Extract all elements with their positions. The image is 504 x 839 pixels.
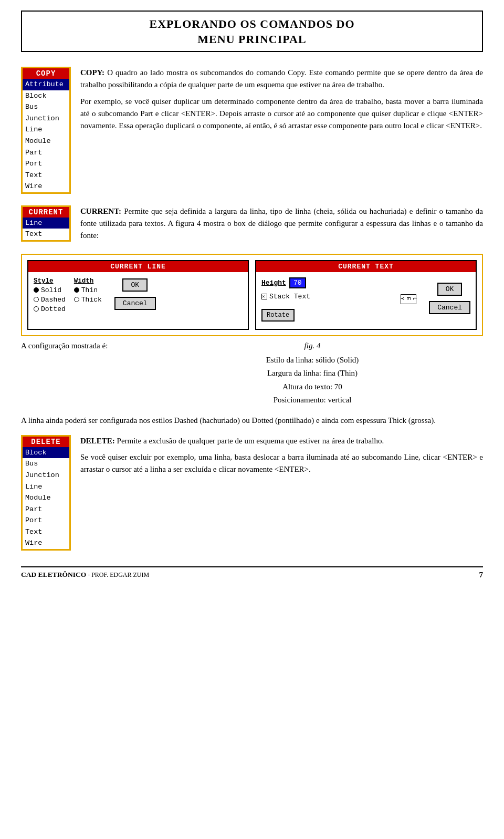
delete-menu-item-part[interactable]: Part [23, 504, 69, 515]
footer-title-normal: - PROF. EDGAR ZUIM [86, 571, 149, 578]
current-menu-item-text[interactable]: Text [23, 229, 69, 240]
copy-menu-item-attribute[interactable]: Attribute [23, 79, 69, 90]
current-text-vert-col: tEY [401, 277, 416, 322]
vertical-text-area: tEY [401, 294, 416, 304]
dashed-label: Dashed [41, 296, 66, 304]
copy-menu-header: COPY [23, 68, 69, 79]
config-list: Estilo da linha: sólido (Solid) Largura … [142, 354, 483, 407]
copy-paragraph-1: COPY: O quadro ao lado mostra os subcoma… [80, 67, 483, 91]
current-line-buttons: OK Cancel [114, 277, 156, 313]
delete-menu-item-bus[interactable]: Bus [23, 458, 69, 470]
delete-paragraph-1: DELETE: Permite a exclusão de qualquer p… [80, 435, 483, 447]
current-line-options-row: Style Solid Dashed Dotted [34, 277, 243, 313]
copy-section: COPY Attribute Block Bus Junction Line M… [21, 67, 483, 194]
delete-menu-item-wire[interactable]: Wire [23, 537, 69, 549]
current-text-left-col: Height 70 Stack Text Rotate [261, 277, 392, 322]
fig4-container: CURRENT LINE Style Solid Dashed [21, 254, 483, 336]
config-item-3: Altura do texto: 70 [142, 380, 483, 394]
stack-text-label: Stack Text [269, 293, 310, 301]
delete-menu-item-line[interactable]: Line [23, 481, 69, 493]
copy-paragraph-2: Por exemplo, se você quiser duplicar um … [80, 96, 483, 132]
stack-text-checkbox[interactable] [261, 294, 267, 299]
delete-menu-item-module[interactable]: Module [23, 492, 69, 504]
current-section: CURRENT Line Text CURRENT: Permite que s… [21, 205, 483, 242]
height-input[interactable]: 70 [289, 277, 306, 288]
current-line-body: Style Solid Dashed Dotted [28, 272, 248, 320]
config-label: A configuração mostrada é: [21, 341, 142, 350]
solid-radio-filled [34, 287, 39, 293]
current-menu-box: CURRENT Line Text [21, 205, 71, 242]
thick-radio-empty [74, 297, 79, 302]
thin-label: Thin [81, 286, 98, 294]
copy-menu-item-module[interactable]: Module [23, 136, 69, 147]
page: EXPLORANDO OS COMANDOS DO MENU PRINCIPAL… [0, 0, 504, 839]
delete-section: DELETE Block Bus Junction Line Module Pa… [21, 435, 483, 551]
height-row: Height 70 [261, 277, 392, 288]
rotate-button[interactable]: Rotate [261, 309, 295, 322]
thick-label: Thick [81, 296, 102, 304]
current-text-header: CURRENT TEXT [256, 261, 476, 272]
current-text-buttons: OK Cancel [429, 277, 470, 322]
footer-title-bold: CAD ELETRÔNICO [21, 571, 86, 578]
footer: CAD ELETRÔNICO - PROF. EDGAR ZUIM 7 [21, 566, 483, 579]
copy-menu-item-block[interactable]: Block [23, 90, 69, 102]
delete-menu-item-text[interactable]: Text [23, 526, 69, 538]
page-header: EXPLORANDO OS COMANDOS DO MENU PRINCIPAL [21, 11, 483, 52]
height-label: Height [261, 279, 286, 287]
vertical-text-display: tEY [399, 297, 418, 302]
copy-menu-item-bus[interactable]: Bus [23, 101, 69, 113]
dotted-radio-empty [34, 306, 39, 312]
current-paragraph-1: CURRENT: Permite que seja definida a lar… [80, 205, 483, 242]
dashed-radio-empty [34, 297, 39, 302]
config-item-1: Estilo da linha: sólido (Solid) [142, 354, 483, 367]
current-text-main-row: Height 70 Stack Text Rotate t [261, 277, 470, 322]
style-solid[interactable]: Solid [34, 286, 66, 294]
dotted-label: Dotted [41, 305, 66, 313]
copy-menu-box: COPY Attribute Block Bus Junction Line M… [21, 67, 71, 194]
current-line-width-col: Width Thin Thick [74, 277, 102, 313]
copy-menu-item-wire[interactable]: Wire [23, 181, 69, 192]
current-line-cancel-button[interactable]: Cancel [114, 297, 156, 310]
delete-menu-box: DELETE Block Bus Junction Line Module Pa… [21, 435, 71, 551]
current-section-text: CURRENT: Permite que seja definida a lar… [80, 205, 483, 242]
width-label: Width [74, 277, 102, 285]
current-line-ok-button[interactable]: OK [122, 278, 148, 292]
current-text-cancel-button[interactable]: Cancel [429, 301, 470, 314]
delete-menu-item-junction[interactable]: Junction [23, 470, 69, 481]
solid-label: Solid [41, 286, 61, 294]
footer-page-number: 7 [479, 571, 484, 579]
copy-menu-item-part[interactable]: Part [23, 147, 69, 159]
page-title: EXPLORANDO OS COMANDOS DO MENU PRINCIPAL [22, 17, 482, 47]
current-line-dialog: CURRENT LINE Style Solid Dashed [27, 260, 249, 330]
current-text-dialog: CURRENT TEXT Height 70 Stack Text Rot [255, 260, 477, 330]
delete-menu-item-block[interactable]: Block [23, 447, 69, 459]
copy-menu-item-text[interactable]: Text [23, 170, 69, 181]
copy-section-text: COPY: O quadro ao lado mostra os subcoma… [80, 67, 483, 132]
footer-left: CAD ELETRÔNICO - PROF. EDGAR ZUIM [21, 571, 149, 579]
current-line-style-col: Style Solid Dashed Dotted [34, 277, 66, 313]
current-menu-header: CURRENT [23, 207, 69, 217]
delete-section-text: DELETE: Permite a exclusão de qualquer p… [80, 435, 483, 476]
delete-menu-item-port[interactable]: Port [23, 515, 69, 526]
width-thick[interactable]: Thick [74, 296, 102, 304]
style-dotted[interactable]: Dotted [34, 305, 66, 313]
current-text-body: Height 70 Stack Text Rotate t [256, 272, 476, 329]
stack-text-item[interactable]: Stack Text [261, 293, 392, 301]
delete-menu-header: DELETE [23, 437, 69, 447]
fig4-caption-area: fig. 4 Estilo da linha: sólido (Solid) L… [142, 341, 483, 407]
copy-menu-item-line[interactable]: Line [23, 124, 69, 136]
copy-menu-item-junction[interactable]: Junction [23, 113, 69, 125]
current-menu-item-line[interactable]: Line [23, 217, 69, 229]
width-thin[interactable]: Thin [74, 286, 102, 294]
copy-menu-item-port[interactable]: Port [23, 158, 69, 170]
current-text-ok-button[interactable]: OK [437, 283, 463, 296]
delete-paragraph-2: Se você quiser excluir por exemplo, uma … [80, 451, 483, 476]
style-label: Style [34, 277, 66, 285]
config-item-2: Largura da linha: fina (Thin) [142, 367, 483, 380]
config-item-4: Posicionamento: vertical [142, 393, 483, 407]
fig4-caption: fig. 4 [142, 341, 483, 350]
fig4-caption-config: A configuração mostrada é: fig. 4 Estilo… [21, 341, 483, 407]
current-line-header: CURRENT LINE [28, 261, 248, 272]
style-dashed[interactable]: Dashed [34, 296, 66, 304]
wide-text: A linha ainda poderá ser configurada nos… [21, 415, 483, 427]
